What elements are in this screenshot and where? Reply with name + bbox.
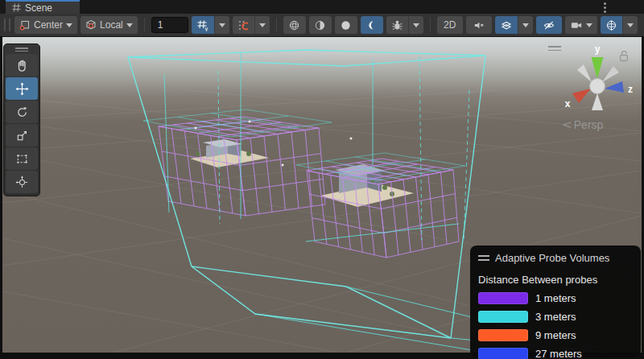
axis-negz-cone[interactable] — [577, 64, 592, 82]
tools-drag-handle[interactable] — [6, 47, 38, 53]
rendering-debug-button[interactable] — [386, 16, 408, 34]
gizmos-button[interactable] — [601, 16, 622, 34]
toolbar-drag-handle[interactable] — [4, 19, 10, 31]
projection-toggle[interactable]: < Persp — [564, 118, 636, 131]
adaptive-probe-volumes-panel: Adaptive Probe Volumes Distance Between … — [470, 246, 641, 357]
chevron-down-icon — [66, 23, 72, 31]
chevron-down-icon — [126, 23, 133, 31]
half-sphere-icon — [314, 19, 326, 31]
persp-arrow-icon: < — [563, 118, 572, 131]
snap-magnet-icon — [237, 19, 250, 31]
apv-subtitle: Distance Between probes — [478, 274, 633, 286]
chevron-down-icon — [627, 23, 634, 31]
tab-title: Scene — [25, 2, 52, 14]
transform-tool-button[interactable] — [6, 171, 38, 193]
axis-negy-cone[interactable] — [592, 93, 603, 110]
bug-icon — [391, 19, 403, 31]
toolbar-separator — [276, 18, 277, 32]
gizmo-sphere-icon — [605, 19, 617, 31]
axis-z-label: z — [628, 84, 633, 95]
pivot-mode-label: Center — [34, 19, 63, 31]
chevron-down-icon — [259, 23, 266, 31]
pivot-mode-button[interactable]: Center — [14, 16, 77, 34]
move-tool-button[interactable] — [6, 77, 38, 100]
view-hand-tool-button[interactable] — [6, 54, 38, 76]
axis-x-label: x — [565, 98, 571, 109]
lock-icon[interactable] — [618, 50, 630, 62]
effects-button[interactable] — [495, 16, 518, 34]
gizmo-center[interactable] — [590, 79, 605, 94]
legend-row: 27 meters — [478, 348, 633, 359]
legend-label-9m: 9 meters — [535, 329, 576, 341]
moon-icon — [365, 19, 378, 31]
scene-lighting-off-button[interactable] — [361, 16, 383, 34]
tab-scene[interactable]: Scene — [6, 0, 80, 14]
grid-visibility-button[interactable]: y — [192, 16, 214, 34]
eye-slash-icon — [543, 19, 555, 31]
audio-mute-button[interactable] — [466, 16, 492, 34]
hand-icon — [15, 59, 29, 72]
legend-label-1m: 1 meters — [535, 292, 576, 304]
legend-label-27m: 27 meters — [535, 348, 582, 359]
apv-header: Adaptive Probe Volumes — [478, 252, 633, 264]
grid-tab-icon — [12, 3, 21, 12]
effects-dropdown[interactable] — [518, 16, 533, 34]
snap-increment-dropdown[interactable] — [254, 16, 270, 34]
legend-swatch-9m — [478, 329, 528, 341]
effects-group — [495, 16, 533, 34]
tab-bar: Scene — [0, 0, 644, 14]
camera-settings-button[interactable] — [565, 16, 597, 34]
chevron-down-icon — [413, 23, 419, 31]
unity-scene-window: Scene Center Local — [0, 0, 644, 359]
orientation-button[interactable]: Local — [80, 16, 138, 34]
toolbar-separator — [430, 18, 431, 32]
camera-icon — [570, 19, 583, 31]
scale-icon — [15, 129, 29, 142]
axis-negx-cone[interactable] — [602, 66, 619, 82]
legend-swatch-27m — [478, 348, 528, 359]
debug-group — [386, 16, 423, 34]
mode-2d-button[interactable]: 2D — [437, 16, 463, 34]
rect-tool-button[interactable] — [6, 147, 38, 170]
legend-swatch-1m — [478, 292, 528, 304]
filled-circle-icon — [340, 19, 352, 31]
legend-swatch-3m — [478, 311, 528, 323]
scene-lighting-on-button[interactable] — [335, 16, 357, 34]
apv-drag-handle[interactable] — [478, 255, 489, 260]
rect-icon — [15, 152, 29, 166]
grid-axis-letter: y — [204, 25, 208, 31]
legend-label-3m: 3 meters — [535, 311, 576, 323]
scene-toolbar: Center Local y — [0, 14, 644, 37]
pivot-icon — [19, 19, 31, 31]
chevron-down-icon — [586, 23, 592, 31]
move-icon — [15, 82, 29, 96]
shading-shaded-wire-button[interactable] — [309, 16, 332, 34]
transform-icon — [15, 175, 29, 189]
wire-sphere-icon — [288, 19, 300, 31]
axis-z-cone[interactable] — [605, 81, 624, 93]
rendering-debug-dropdown[interactable] — [408, 16, 423, 34]
grid-axis-icon: y — [196, 19, 209, 31]
window-menu-icon[interactable] — [599, 2, 610, 13]
legend-row: 1 meters — [478, 292, 633, 304]
mode-2d-label: 2D — [444, 19, 456, 31]
legend-row: 9 meters — [478, 329, 633, 341]
cube-icon — [85, 19, 97, 31]
axis-y-cone[interactable] — [592, 57, 604, 79]
gizmos-group — [601, 16, 638, 34]
speaker-muted-icon — [473, 19, 485, 31]
shading-wireframe-button[interactable] — [283, 16, 306, 34]
apv-title: Adaptive Probe Volumes — [495, 252, 609, 264]
legend-row: 3 meters — [478, 311, 633, 323]
gizmos-dropdown[interactable] — [622, 16, 638, 34]
scale-tool-button[interactable] — [6, 124, 38, 146]
grid-visibility-dropdown[interactable] — [214, 16, 229, 34]
projection-label: Persp — [574, 118, 604, 131]
layers-icon — [500, 19, 513, 31]
grid-size-input[interactable] — [151, 17, 188, 33]
snap-group — [233, 16, 270, 34]
scene-visibility-button[interactable] — [536, 16, 562, 34]
snap-increment-button[interactable] — [233, 16, 254, 34]
rotate-tool-button[interactable] — [6, 101, 38, 123]
axis-x-cone[interactable] — [572, 89, 591, 103]
